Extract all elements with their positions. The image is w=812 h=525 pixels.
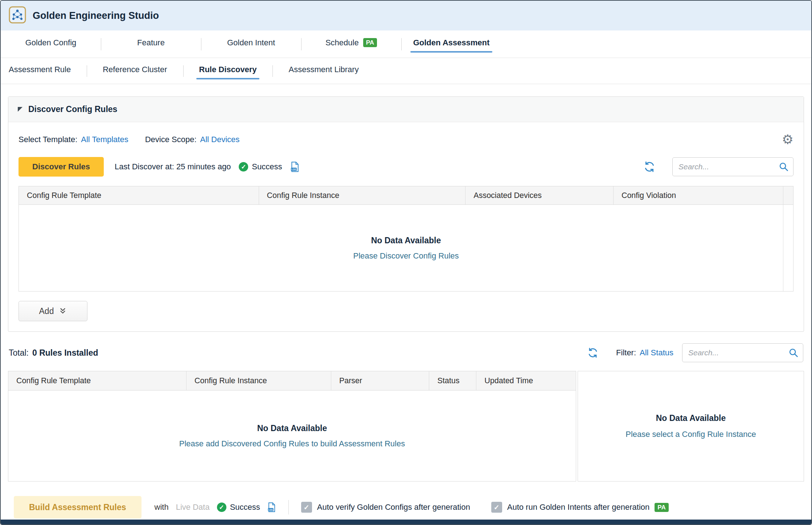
discover-config-rules-panel: Discover Config Rules Select Template: A… [8,96,804,332]
add-button-label: Add [39,306,54,316]
rule-instance-detail-panel: No Data Available Please select a Config… [578,371,804,481]
auto-verify-checkbox[interactable]: ✓ [301,502,312,513]
add-button[interactable]: Add [19,301,87,321]
build-assessment-rules-button[interactable]: Build Assessment Rules [14,496,142,518]
table-gutter-line [783,186,783,291]
subtab-assessment-library[interactable]: Assessment Library [272,58,374,84]
column-header: Config Rule Instance [259,186,466,204]
with-label: with [155,503,169,512]
app-header: Golden Engineering Studio [1,1,811,30]
primary-nav: Golden Config Feature Golden Intent Sche… [1,30,811,58]
chevron-double-down-icon [59,307,67,315]
installed-rules-table: Config Rule Template Config Rule Instanc… [8,371,576,481]
tab-golden-config[interactable]: Golden Config [1,30,101,58]
installed-search-input[interactable] [688,348,786,357]
installed-toolbar-right: Filter: All Status [587,343,803,362]
last-discover-text: Last Discover at: 25 minutes ago [115,162,231,171]
column-header-gutter [783,186,793,204]
live-data-value: Live Data [176,503,210,512]
log-icon[interactable]: LOG [267,502,276,512]
bottom-status-strip [1,520,811,524]
column-header: Config Rule Template [19,186,259,204]
subtab-assessment-rule[interactable]: Assessment Rule [1,58,87,84]
secondary-nav: Assessment Rule Reference Cluster Rule D… [1,58,811,84]
collapse-icon[interactable] [18,107,22,112]
tab-schedule[interactable]: Schedule PA [301,30,401,58]
column-header: Config Rule Template [8,371,186,390]
tab-golden-assessment[interactable]: Golden Assessment [401,30,501,58]
discovered-rules-empty-state: No Data Available Please Discover Config… [19,205,793,291]
auto-verify-label: Auto verify Golden Configs after generat… [317,503,470,512]
column-header: Associated Devices [466,186,614,204]
discover-options-row: Select Template: All Templates Device Sc… [8,122,804,149]
search-icon[interactable] [779,162,789,172]
discover-status: ✓ Success [239,162,282,171]
tab-feature[interactable]: Feature [101,30,201,58]
total-value: 0 Rules Installed [32,348,98,358]
discover-rules-button[interactable]: Discover Rules [19,157,104,177]
search-icon[interactable] [788,348,799,358]
discover-status-text: Success [252,162,282,171]
app-logo-icon [9,6,26,25]
filter-status-link[interactable]: All Status [640,348,673,357]
pa-badge: PA [363,38,377,47]
success-check-icon: ✓ [239,162,248,171]
discovered-rules-table-header: Config Rule Template Config Rule Instanc… [19,186,793,205]
empty-state-subtitle: Please select a Config Rule Instance [626,430,756,439]
gear-icon[interactable]: ⚙ [782,133,793,146]
subtab-rule-discovery[interactable]: Rule Discovery [183,58,273,84]
installed-rules-table-header: Config Rule Template Config Rule Instanc… [8,371,576,390]
column-header: Status [429,371,476,390]
build-status: ✓ Success [217,503,260,512]
discover-panel-header[interactable]: Discover Config Rules [8,97,804,122]
select-template-link[interactable]: All Templates [81,135,128,144]
column-header: Config Violation [614,186,783,204]
discover-panel-title: Discover Config Rules [28,104,117,114]
column-header: Parser [331,371,430,390]
main-content: Discover Config Rules Select Template: A… [1,96,811,518]
footer-action-bar: Build Assessment Rules with Live Data ✓ … [8,481,804,518]
total-label: Total: [9,348,29,358]
auto-verify-group: ✓ Auto verify Golden Configs after gener… [301,502,470,513]
installed-rules-toolbar: Total: 0 Rules Installed Filter: All Sta… [8,332,804,371]
empty-state-title: No Data Available [371,236,441,245]
empty-state-title: No Data Available [656,413,726,423]
svg-text:LOG: LOG [268,509,273,511]
installed-rules-empty-state: No Data Available Please add Discovered … [8,390,576,481]
discovered-rules-table: Config Rule Template Config Rule Instanc… [19,186,793,292]
discover-search-input[interactable] [678,162,776,171]
column-header: Config Rule Instance [186,371,331,390]
svg-text:LOG: LOG [291,168,296,170]
auto-run-label: Auto run Golden Intents after generation [507,503,650,512]
pa-badge: PA [655,503,668,512]
column-header: Updated Time [476,371,576,390]
tab-golden-intent[interactable]: Golden Intent [201,30,301,58]
refresh-icon[interactable] [643,161,656,173]
log-icon[interactable]: LOG [290,161,300,172]
refresh-icon[interactable] [587,347,599,359]
auto-run-group: ✓ Auto run Golden Intents after generati… [491,502,669,513]
success-check-icon: ✓ [217,503,226,512]
discover-action-row: Discover Rules Last Discover at: 25 minu… [8,149,804,186]
filter-label: Filter: [616,348,636,357]
app-window: Golden Engineering Studio Golden Config … [0,0,812,525]
installed-rules-section: Config Rule Template Config Rule Instanc… [8,371,804,481]
subtab-reference-cluster[interactable]: Reference Cluster [87,58,183,84]
filter-group: Filter: All Status [616,348,673,357]
empty-state-subtitle: Please add Discovered Config Rules to bu… [179,439,405,448]
empty-state-subtitle: Please Discover Config Rules [353,251,459,261]
build-status-text: Success [230,503,260,512]
auto-run-checkbox[interactable]: ✓ [491,502,502,513]
vertical-divider [288,500,289,514]
discover-row-right [643,157,793,176]
device-scope-link[interactable]: All Devices [200,135,240,144]
app-title: Golden Engineering Studio [33,10,159,21]
discover-search-box [672,157,793,176]
device-scope-label: Device Scope: [145,135,197,144]
empty-state-title: No Data Available [257,423,327,433]
select-template-label: Select Template: [19,135,77,144]
installed-search-box [682,343,803,362]
